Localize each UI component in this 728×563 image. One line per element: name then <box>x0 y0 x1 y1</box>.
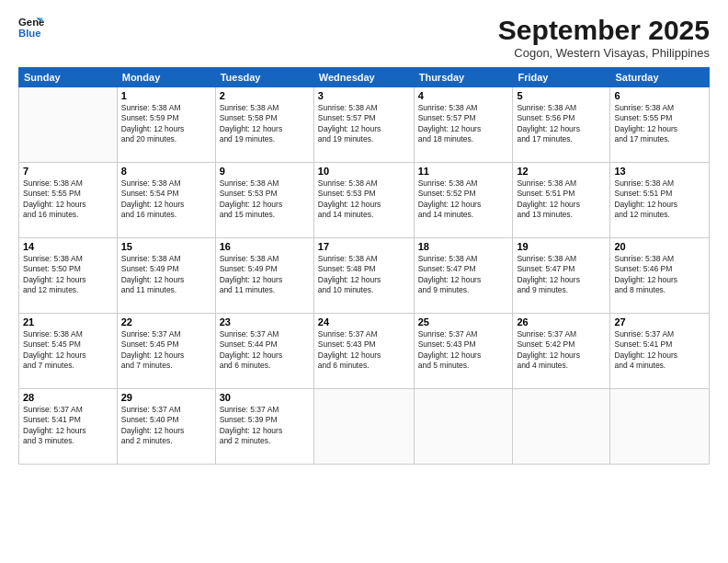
day-number: 2 <box>220 90 310 101</box>
cell-info: Sunrise: 5:38 AMSunset: 5:56 PMDaylight:… <box>517 103 606 145</box>
calendar-week-row: 21Sunrise: 5:38 AMSunset: 5:45 PMDayligh… <box>19 314 710 389</box>
day-number: 11 <box>418 166 509 177</box>
cell-info: Sunrise: 5:37 AMSunset: 5:41 PMDaylight:… <box>23 405 113 447</box>
cell-info: Sunrise: 5:38 AMSunset: 5:46 PMDaylight:… <box>614 254 705 296</box>
calendar-cell <box>414 389 513 465</box>
cell-info: Sunrise: 5:38 AMSunset: 5:57 PMDaylight:… <box>418 103 509 145</box>
logo: General Blue <box>18 15 44 40</box>
calendar-cell: 22Sunrise: 5:37 AMSunset: 5:45 PMDayligh… <box>117 314 215 389</box>
calendar-cell: 17Sunrise: 5:38 AMSunset: 5:48 PMDayligh… <box>313 238 414 314</box>
calendar-cell: 7Sunrise: 5:38 AMSunset: 5:55 PMDaylight… <box>19 163 118 238</box>
cell-info: Sunrise: 5:38 AMSunset: 5:45 PMDaylight:… <box>23 329 113 372</box>
calendar-cell: 2Sunrise: 5:38 AMSunset: 5:58 PMDaylight… <box>215 87 313 163</box>
day-number: 12 <box>517 166 606 177</box>
calendar-cell: 29Sunrise: 5:37 AMSunset: 5:40 PMDayligh… <box>117 389 215 465</box>
calendar-cell: 19Sunrise: 5:38 AMSunset: 5:47 PMDayligh… <box>513 238 610 314</box>
title-block: September 2025 Cogon, Western Visayas, P… <box>498 15 710 60</box>
day-number: 16 <box>220 241 310 252</box>
day-number: 25 <box>418 316 509 327</box>
cell-info: Sunrise: 5:38 AMSunset: 5:53 PMDaylight:… <box>220 178 310 221</box>
day-number: 17 <box>318 241 410 252</box>
calendar-week-row: 14Sunrise: 5:38 AMSunset: 5:50 PMDayligh… <box>19 238 710 314</box>
calendar-cell: 25Sunrise: 5:37 AMSunset: 5:43 PMDayligh… <box>414 314 513 389</box>
col-thursday: Thursday <box>414 68 513 87</box>
day-number: 18 <box>418 241 509 252</box>
day-number: 28 <box>23 392 113 403</box>
calendar-cell: 27Sunrise: 5:37 AMSunset: 5:41 PMDayligh… <box>610 314 710 389</box>
calendar-cell: 3Sunrise: 5:38 AMSunset: 5:57 PMDaylight… <box>313 87 414 163</box>
cell-info: Sunrise: 5:38 AMSunset: 5:51 PMDaylight:… <box>614 178 705 221</box>
day-number: 20 <box>614 241 705 252</box>
cell-info: Sunrise: 5:38 AMSunset: 5:55 PMDaylight:… <box>23 178 113 221</box>
cell-info: Sunrise: 5:37 AMSunset: 5:43 PMDaylight:… <box>318 329 410 372</box>
col-monday: Monday <box>117 68 215 87</box>
day-number: 21 <box>23 316 113 327</box>
day-number: 22 <box>121 316 211 327</box>
cell-info: Sunrise: 5:37 AMSunset: 5:45 PMDaylight:… <box>121 329 211 372</box>
calendar-cell: 4Sunrise: 5:38 AMSunset: 5:57 PMDaylight… <box>414 87 513 163</box>
cell-info: Sunrise: 5:38 AMSunset: 5:51 PMDaylight:… <box>517 178 606 221</box>
day-number: 27 <box>614 316 705 327</box>
cell-info: Sunrise: 5:38 AMSunset: 5:50 PMDaylight:… <box>23 254 113 296</box>
calendar-week-row: 1Sunrise: 5:38 AMSunset: 5:59 PMDaylight… <box>19 87 710 163</box>
cell-info: Sunrise: 5:37 AMSunset: 5:39 PMDaylight:… <box>220 405 310 447</box>
cell-info: Sunrise: 5:37 AMSunset: 5:44 PMDaylight:… <box>220 329 310 372</box>
col-saturday: Saturday <box>610 68 710 87</box>
header: General Blue September 2025 Cogon, Weste… <box>18 15 710 60</box>
cell-info: Sunrise: 5:38 AMSunset: 5:55 PMDaylight:… <box>614 103 705 145</box>
day-number: 30 <box>220 392 310 403</box>
day-number: 26 <box>517 316 606 327</box>
calendar-cell: 26Sunrise: 5:37 AMSunset: 5:42 PMDayligh… <box>513 314 610 389</box>
calendar-cell: 24Sunrise: 5:37 AMSunset: 5:43 PMDayligh… <box>313 314 414 389</box>
cell-info: Sunrise: 5:38 AMSunset: 5:49 PMDaylight:… <box>220 254 310 296</box>
page: General Blue September 2025 Cogon, Weste… <box>0 0 728 563</box>
cell-info: Sunrise: 5:38 AMSunset: 5:47 PMDaylight:… <box>418 254 509 296</box>
cell-info: Sunrise: 5:38 AMSunset: 5:53 PMDaylight:… <box>318 178 410 221</box>
calendar-cell: 1Sunrise: 5:38 AMSunset: 5:59 PMDaylight… <box>117 87 215 163</box>
calendar-cell <box>19 87 118 163</box>
cell-info: Sunrise: 5:38 AMSunset: 5:48 PMDaylight:… <box>318 254 410 296</box>
calendar-week-row: 7Sunrise: 5:38 AMSunset: 5:55 PMDaylight… <box>19 163 710 238</box>
day-number: 3 <box>318 90 410 101</box>
calendar-cell: 9Sunrise: 5:38 AMSunset: 5:53 PMDaylight… <box>215 163 313 238</box>
day-number: 5 <box>517 90 606 101</box>
cell-info: Sunrise: 5:37 AMSunset: 5:41 PMDaylight:… <box>614 329 705 372</box>
day-number: 4 <box>418 90 509 101</box>
day-number: 23 <box>220 316 310 327</box>
day-number: 6 <box>614 90 705 101</box>
cell-info: Sunrise: 5:38 AMSunset: 5:59 PMDaylight:… <box>121 103 211 145</box>
day-number: 7 <box>23 166 113 177</box>
calendar-cell: 5Sunrise: 5:38 AMSunset: 5:56 PMDaylight… <box>513 87 610 163</box>
day-number: 10 <box>318 166 410 177</box>
calendar-cell: 8Sunrise: 5:38 AMSunset: 5:54 PMDaylight… <box>117 163 215 238</box>
day-number: 8 <box>121 166 211 177</box>
day-number: 1 <box>121 90 211 101</box>
calendar-cell <box>610 389 710 465</box>
calendar-cell: 23Sunrise: 5:37 AMSunset: 5:44 PMDayligh… <box>215 314 313 389</box>
day-number: 19 <box>517 241 606 252</box>
calendar: Sunday Monday Tuesday Wednesday Thursday… <box>18 67 710 465</box>
day-number: 15 <box>121 241 211 252</box>
col-friday: Friday <box>513 68 610 87</box>
calendar-cell: 13Sunrise: 5:38 AMSunset: 5:51 PMDayligh… <box>610 163 710 238</box>
cell-info: Sunrise: 5:38 AMSunset: 5:49 PMDaylight:… <box>121 254 211 296</box>
cell-info: Sunrise: 5:38 AMSunset: 5:47 PMDaylight:… <box>517 254 606 296</box>
calendar-cell: 21Sunrise: 5:38 AMSunset: 5:45 PMDayligh… <box>19 314 118 389</box>
logo-icon: General Blue <box>18 15 44 40</box>
cell-info: Sunrise: 5:37 AMSunset: 5:42 PMDaylight:… <box>517 329 606 372</box>
calendar-cell: 30Sunrise: 5:37 AMSunset: 5:39 PMDayligh… <box>215 389 313 465</box>
svg-text:Blue: Blue <box>18 28 41 39</box>
cell-info: Sunrise: 5:37 AMSunset: 5:43 PMDaylight:… <box>418 329 509 372</box>
day-number: 24 <box>318 316 410 327</box>
cell-info: Sunrise: 5:38 AMSunset: 5:58 PMDaylight:… <box>220 103 310 145</box>
calendar-header-row: Sunday Monday Tuesday Wednesday Thursday… <box>19 68 710 87</box>
calendar-cell <box>313 389 414 465</box>
col-wednesday: Wednesday <box>313 68 414 87</box>
cell-info: Sunrise: 5:38 AMSunset: 5:57 PMDaylight:… <box>318 103 410 145</box>
calendar-week-row: 28Sunrise: 5:37 AMSunset: 5:41 PMDayligh… <box>19 389 710 465</box>
day-number: 29 <box>121 392 211 403</box>
month-title: September 2025 <box>498 15 710 46</box>
day-number: 13 <box>614 166 705 177</box>
calendar-cell: 28Sunrise: 5:37 AMSunset: 5:41 PMDayligh… <box>19 389 118 465</box>
day-number: 9 <box>220 166 310 177</box>
